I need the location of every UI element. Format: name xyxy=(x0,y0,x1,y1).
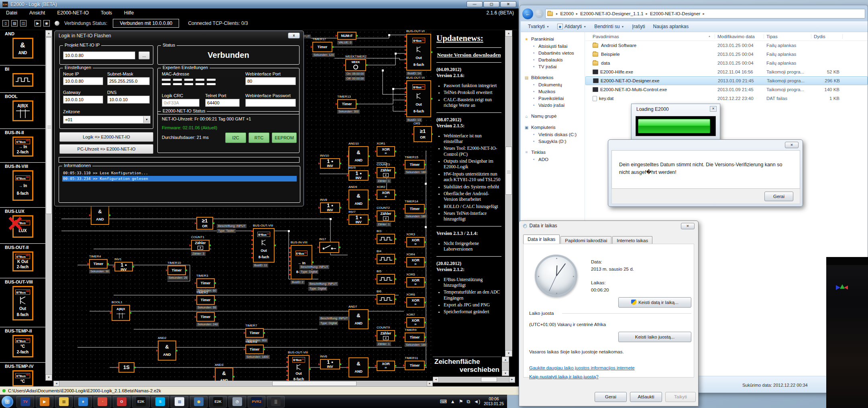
tray-volume-icon[interactable]: ◄) xyxy=(474,399,480,404)
canvas-block-inv1[interactable]: INV11 •INV xyxy=(114,262,133,271)
taskbar-clock[interactable]: 00:06 2013.01.25 xyxy=(484,397,504,406)
nav-item-tv-ra-ai[interactable]: ▪TV įrašai xyxy=(521,63,585,70)
dns-field[interactable]: 10.0.0.10 xyxy=(107,96,150,104)
sidebar-item-bus-out-viii[interactable]: BUS-OUT-VIIIB²Bus485Out8-fach xyxy=(0,278,45,327)
taskbar-icon-tool-blue[interactable]: ◉ xyxy=(190,396,208,408)
canvas-block-bi4[interactable]: BI4 xyxy=(377,254,395,264)
file-row-android-software[interactable]: Android Software2013.01.25 00:04Failų ap… xyxy=(585,41,868,50)
neue-ip-field[interactable]: 10.0.0.80 xyxy=(63,77,103,85)
canvas-block-in17[interactable]: IN17 xyxy=(319,242,339,253)
subnet-field[interactable]: 255.255.255.0 xyxy=(107,77,150,85)
file-row-beispiele[interactable]: Beispiele2013.01.25 00:04Failų aplankas xyxy=(585,50,868,59)
change-datetime-button[interactable]: Keisti datą ir laiką... xyxy=(618,297,691,308)
canvas-block-timer4[interactable]: TIMER4TimerSekunden: 90 xyxy=(89,259,110,273)
project-ip-field[interactable]: 10.0.0.80 xyxy=(63,51,135,59)
canvas-block-bus-out-viii[interactable]: BUS-OUT-VIIIB²Bus485Out8-fachBusID: 11 xyxy=(253,228,275,267)
updatenews-scroll-thumb[interactable] xyxy=(505,147,512,195)
toolbar-atidaryti[interactable]: ▣Atidaryti▼ xyxy=(554,22,589,31)
sidebar-item-bool[interactable]: BOOLA|B|X xyxy=(0,93,45,129)
scroll-down-icon[interactable]: ▼ xyxy=(45,374,52,381)
crc-field[interactable]: 0xF33A xyxy=(162,99,200,107)
apply-button[interactable]: Taikyti xyxy=(665,392,696,402)
canvas-block-bus-out-viii[interactable]: BUS-OUT-VIIIB²Bus485Out8-fach xyxy=(288,355,310,381)
taskbar-icon-windows-explorer[interactable]: ▤ xyxy=(55,396,73,408)
menu-hilfe[interactable]: Hilfe xyxy=(118,9,140,16)
canvas-block-timer2[interactable]: TIMER2TimerSekunden: 55 xyxy=(196,295,217,310)
taskbar-icon-opera[interactable]: O xyxy=(113,396,130,408)
menu-ansicht[interactable]: Ansicht xyxy=(23,9,51,16)
tab-interneto-laikas[interactable]: Interneto laikas xyxy=(612,236,652,245)
toolbar-bendrinti-su[interactable]: Bendrinti su▼ xyxy=(591,22,627,31)
flash-logic-button[interactable]: Logik => E2000-NET-IO xyxy=(59,132,153,142)
canvas-block-count1[interactable]: COUNT1ZählerzZähler: 3 xyxy=(191,240,210,256)
menu-tools[interactable]: Tools xyxy=(95,9,118,16)
web-port-field[interactable]: 80 xyxy=(245,77,296,85)
canvas-block-xor3[interactable]: XOR3XOR= xyxy=(406,237,425,247)
tray-keyboard-layout-icon[interactable]: ⌨ xyxy=(440,399,447,404)
file-row-data[interactable]: data2013.01.25 00:04Failų aplankas xyxy=(585,59,868,67)
canvas-block-xor7[interactable]: XOR7XOR= xyxy=(406,317,425,328)
nav-item-paveiksl-liai[interactable]: ▪Paveikslėliai xyxy=(521,95,585,102)
taskbar-icon-tv-app[interactable]: TV xyxy=(16,396,34,408)
canvas-block-and[interactable]: &AND xyxy=(348,357,369,377)
nav-item-atsisi-sti-failai[interactable]: ▪Atsisiųsti failai xyxy=(521,43,585,49)
nav-group-nam-grup-[interactable]: ⌂Namų grupė xyxy=(521,112,585,120)
canvas-hscroll-thumb[interactable] xyxy=(272,381,357,386)
file-row-key-dat[interactable]: key.dat2012.12.22 23:40DAT failas1 KB xyxy=(585,94,868,103)
menu-datei[interactable]: Datei xyxy=(0,9,23,16)
canvas-block-xor6[interactable]: XOR6XOR= xyxy=(406,297,425,308)
ok-button[interactable]: Gerai xyxy=(595,392,627,402)
pan-horizontal-scrollbar[interactable]: ◄ ► xyxy=(433,377,515,383)
log-line[interactable]: 00:05:33.110 >> Lese Konfiguration... xyxy=(62,170,297,176)
datetime-dialog-titlebar[interactable]: ◴ Data ir laikas xyxy=(519,221,698,228)
nav-item-vietinis-diskas-c-[interactable]: ▪Vietinis diskas (C:) xyxy=(521,131,585,138)
tray-network-icon[interactable]: ⧉ xyxy=(467,399,470,404)
scroll-down-icon[interactable]: ▼ xyxy=(505,350,512,357)
toolbar--ra-yti[interactable]: Įrašyti xyxy=(629,22,648,31)
file-row-e2000-hilfe-exe[interactable]: E2000-Hilfe.exe2012.11.04 16:56Taikomoji… xyxy=(585,67,868,76)
i2c-button[interactable]: I2C xyxy=(225,133,246,143)
canvas-block-or5[interactable]: OR5≥1OR xyxy=(414,126,432,142)
canvas-block-weektimer2[interactable]: WEEKTIMER2WEEK On: 05:00:00Off: 00:00:00 xyxy=(345,59,366,81)
taskbar-icon-datetime-control[interactable]: ◷ xyxy=(228,396,246,408)
close-icon[interactable]: ✕ xyxy=(785,142,799,148)
nav-item-vaizdo-ra-ai[interactable]: ▪Vaizdo įrašai xyxy=(521,102,585,108)
zeitzone-select[interactable]: +01▼ xyxy=(63,116,151,124)
open-file-icon[interactable]: ▤ xyxy=(11,20,18,27)
taskbar-icon-skype[interactable]: S xyxy=(151,396,169,408)
canvas-block-inv9[interactable]: INV91 •INV xyxy=(348,170,369,181)
breadcrumb[interactable]: ▸E2000▸E2000-NET-IO-Designer_1.1.1▸E2000… xyxy=(545,9,865,18)
canvas-block-inv7[interactable]: INV71 •INV xyxy=(348,214,369,225)
start-button[interactable]: ⊞ xyxy=(2,396,13,408)
change-timezone-button[interactable]: Keisti laiko juostą... xyxy=(618,332,691,342)
scroll-right-icon[interactable]: ► xyxy=(427,381,433,386)
nav-group-kompiuteris[interactable]: ▣Kompiuteris xyxy=(521,124,585,131)
taskbar-icon-chrome[interactable]: ◔ xyxy=(94,396,111,408)
column-header-modifikavimo-data[interactable]: Modifikavimo data xyxy=(715,34,764,39)
taskbar-icon-internet-explorer[interactable]: e xyxy=(74,396,92,408)
maximize-button[interactable]: ▢ xyxy=(483,1,499,7)
nav-item-darbalaukis[interactable]: ▪Darbalaukis xyxy=(521,56,585,63)
tray-show-hidden-icons-icon[interactable]: ▲ xyxy=(450,399,455,404)
tray-action-center-flag-icon[interactable]: ⚑ xyxy=(459,399,463,404)
canvas-block-timer14[interactable]: TIMER14TimerSekunden: 180 xyxy=(405,204,427,218)
pan-canvas-box[interactable]: Zeichenfläche verschieben xyxy=(433,357,501,376)
sidebar-item-bus-in-ii[interactable]: BUS-IN-IIE²Bus485→ In2-fach xyxy=(0,129,45,163)
canvas-block-numf[interactable]: NUM-FVALUE: 0 xyxy=(337,32,357,45)
canvas-block-xor5[interactable]: XOR5XOR= xyxy=(406,277,425,288)
sidebar-item-bus-in-viii[interactable]: BUS-IN-VIIIE²Bus485→ In8-fach xyxy=(0,163,45,208)
scroll-left-icon[interactable]: ◄ xyxy=(433,377,439,382)
gateway-field[interactable]: 10.0.0.10 xyxy=(63,96,103,104)
canvas-block-xor[interactable]: XOR= xyxy=(377,361,395,371)
canvas-block-inv8[interactable]: INV81 •INV xyxy=(320,202,340,213)
file-row-e2000-net-io-designer-exe[interactable]: E2000-NET-IO-Designer.exe2013.01.09 21:4… xyxy=(585,76,868,85)
nav-item-ado[interactable]: ▪ADO xyxy=(521,156,585,163)
canvas-block-or[interactable]: ≥1OR xyxy=(196,217,213,230)
canvas-block-and9[interactable]: AND9&AND xyxy=(348,190,369,210)
eeprom-button[interactable]: EEPROM xyxy=(272,133,297,143)
scroll-right-icon[interactable]: ► xyxy=(509,377,515,382)
pan-vertical-scrollbar[interactable]: ▲ ▼ xyxy=(502,357,509,376)
rtc-button[interactable]: RTC xyxy=(249,133,269,143)
canvas-block-inv10[interactable]: INV101 •INV xyxy=(320,158,340,169)
canvas-block-and7[interactable]: AND7&AND xyxy=(348,309,369,329)
